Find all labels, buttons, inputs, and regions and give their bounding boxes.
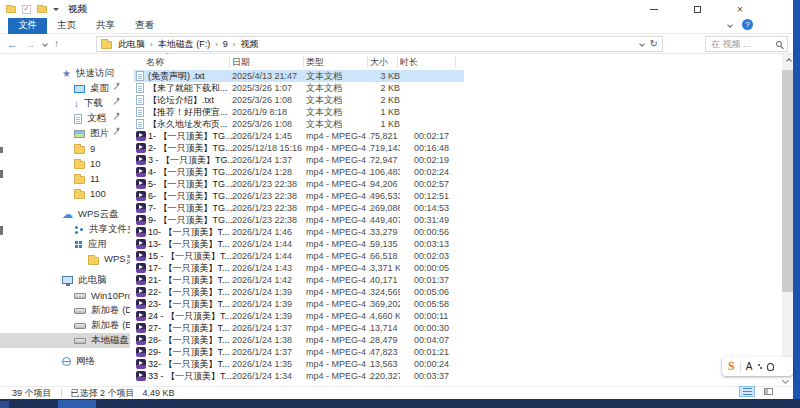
file-row[interactable]: 【来了就能下载和...2025/3/26 1:07文本文档2 KB bbox=[134, 82, 464, 94]
sidebar-item-label: 下载 bbox=[84, 97, 103, 110]
minimize-button[interactable] bbox=[639, 0, 669, 18]
search-input[interactable]: 在 视频 ... bbox=[705, 36, 788, 52]
video-file-icon bbox=[136, 359, 146, 369]
sidebar-item-folder-100[interactable]: 100 bbox=[0, 186, 130, 201]
file-type: mp4 - MPEG-4 ... bbox=[306, 275, 370, 285]
ime-logo-icon[interactable]: S bbox=[728, 359, 735, 374]
file-row[interactable]: 27- 【一只顶美】T...2026/1/24 1:37mp4 - MPEG-4… bbox=[134, 322, 464, 334]
sidebar-item-label: 应用 bbox=[88, 238, 107, 251]
file-size: 449,407 KB bbox=[370, 215, 400, 225]
file-row[interactable]: 21- 【一只顶美】T...2026/1/24 1:42mp4 - MPEG-4… bbox=[134, 274, 464, 286]
file-row[interactable]: 1- 【一只顶美】TG...2026/1/24 1:45mp4 - MPEG-4… bbox=[134, 130, 464, 142]
sidebar-item-wps-lingxi[interactable]: WPS灵犀 bbox=[0, 252, 130, 267]
sidebar-item-drive-d[interactable]: 新加卷 (D:) bbox=[0, 303, 130, 318]
file-size: 75,821 KB bbox=[370, 131, 400, 141]
file-row[interactable]: 【论坛介绍】.txt2025/3/26 1:08文本文档2 KB bbox=[134, 94, 464, 106]
file-row[interactable]: 29- 【一只顶美】T...2026/1/24 1:37mp4 - MPEG-4… bbox=[134, 346, 464, 358]
sidebar-item-drive-c[interactable]: Win10ProW X64 (C:) bbox=[0, 288, 130, 303]
sidebar-item-folder-9[interactable]: 9 bbox=[0, 141, 130, 156]
file-row[interactable]: 【推荐！好用便宜...2026/1/9 8:18文本文档1 KB bbox=[134, 106, 464, 118]
address-dropdown-icon[interactable] bbox=[639, 41, 645, 47]
file-row[interactable]: 24 - 【一只顶美】T...2026/1/24 1:39mp4 - MPEG-… bbox=[134, 310, 464, 322]
file-row[interactable]: 7- 【一只顶美】TG...2026/1/23 22:38mp4 - MPEG-… bbox=[134, 202, 464, 214]
sidebar-item-quick-access[interactable]: ★快速访问 bbox=[0, 66, 130, 81]
sidebar-item-shared-folder[interactable]: 共享文件夹 bbox=[0, 222, 130, 237]
file-duration: 00:00:24 bbox=[400, 359, 458, 369]
file-row[interactable]: 10- 【一只顶美】T...2026/1/24 1:46mp4 - MPEG-4… bbox=[134, 226, 464, 238]
sidebar-item-downloads[interactable]: ↓下载 bbox=[0, 96, 130, 111]
file-size: 3,371 KB bbox=[370, 263, 400, 273]
file-type: mp4 - MPEG-4 ... bbox=[306, 371, 370, 381]
column-header-type[interactable]: 类型 bbox=[306, 54, 370, 70]
file-row[interactable]: 17- 【一只顶美】T...2026/1/24 1:43mp4 - MPEG-4… bbox=[134, 262, 464, 274]
sidebar-item-folder-11[interactable]: 11 bbox=[0, 171, 130, 186]
file-row[interactable]: 33 - 【一只顶美】T...2026/1/24 1:34mp4 - MPEG-… bbox=[134, 370, 464, 382]
up-button[interactable]: ↑ bbox=[54, 38, 59, 49]
file-row[interactable]: 15 - 【一只顶美】T...2026/1/24 1:44mp4 - MPEG-… bbox=[134, 250, 464, 262]
file-size: 66,518 KB bbox=[370, 251, 400, 261]
file-row[interactable]: 22- 【一只顶美】T...2026/1/24 1:39mp4 - MPEG-4… bbox=[134, 286, 464, 298]
back-button[interactable]: ← bbox=[7, 38, 18, 50]
video-file-icon bbox=[136, 167, 146, 177]
file-duration: 00:03:13 bbox=[400, 239, 458, 249]
file-row[interactable]: 5- 【一只顶美】TG...2026/1/23 22:38mp4 - MPEG-… bbox=[134, 178, 464, 190]
maximize-button[interactable] bbox=[682, 0, 712, 18]
sidebar-item-this-pc[interactable]: 此电脑 bbox=[0, 273, 130, 288]
sidebar-item-wps-cloud[interactable]: ☁WPS云盘 bbox=[0, 207, 130, 222]
refresh-icon[interactable]: ↻ bbox=[650, 39, 658, 49]
sidebar-item-label: Win10ProW X64 (C:) bbox=[91, 290, 130, 301]
column-header-length[interactable]: 时长 bbox=[400, 54, 458, 70]
file-row[interactable]: 【永久地址发布页...2025/3/26 1:08文本文档1 KB bbox=[134, 118, 464, 130]
file-row[interactable]: 13- 【一只顶美】T...2026/1/24 1:44mp4 - MPEG-4… bbox=[134, 238, 464, 250]
details-view-button[interactable] bbox=[739, 386, 755, 397]
ribbon-collapse-icon[interactable] bbox=[727, 22, 733, 28]
file-row[interactable]: 2- 【一只顶美】TG...2025/12/18 15:16mp4 - MPEG… bbox=[134, 142, 464, 154]
sidebar-item-drive-f[interactable]: 本地磁盘 (F:) bbox=[0, 333, 130, 348]
close-button[interactable]: × bbox=[725, 0, 755, 18]
file-row[interactable]: 4- 【一只顶美】TG...2026/1/24 1:28mp4 - MPEG-4… bbox=[134, 166, 464, 178]
column-header-date[interactable]: 日期 bbox=[232, 54, 306, 70]
thumbnail-view-button[interactable] bbox=[760, 386, 776, 397]
ime-toolbar[interactable]: S A bbox=[722, 357, 793, 376]
help-icon[interactable]: ? bbox=[742, 19, 753, 30]
breadcrumb-item[interactable]: 此电脑 bbox=[118, 38, 145, 51]
sidebar-item-documents[interactable]: 文档 bbox=[0, 111, 130, 126]
tab-view[interactable]: 查看 bbox=[125, 18, 164, 34]
pin-icon bbox=[114, 129, 122, 137]
breadcrumb-item[interactable]: 本地磁盘 (F:) bbox=[158, 38, 211, 51]
qat-dropdown-icon[interactable] bbox=[53, 8, 59, 11]
selection-size: 4.49 KB bbox=[143, 388, 175, 398]
breadcrumb-item[interactable]: 视频 bbox=[241, 38, 259, 51]
properties-check-icon[interactable]: ✓ bbox=[22, 5, 31, 14]
file-row[interactable]: (免责声明) .txt2025/4/13 21:47文本文档3 KB bbox=[134, 70, 464, 82]
file-row[interactable]: 6- 【一只顶美】TG...2026/1/23 22:38mp4 - MPEG-… bbox=[134, 190, 464, 202]
ime-skin-icon[interactable] bbox=[767, 363, 774, 371]
video-file-icon bbox=[136, 275, 146, 285]
sidebar-item-network[interactable]: 网络 bbox=[0, 354, 130, 369]
file-row[interactable]: 23- 【一只顶美】T...2026/1/24 1:39mp4 - MPEG-4… bbox=[134, 298, 464, 310]
address-box[interactable]: 此电脑›本地磁盘 (F:)›9›视频 ↻ bbox=[96, 36, 663, 52]
sidebar-item-apps[interactable]: 应用 bbox=[0, 237, 130, 252]
sidebar-item-folder-10[interactable]: 10 bbox=[0, 156, 130, 171]
column-header-name[interactable]: 名称ˆ bbox=[136, 54, 232, 70]
recent-locations-icon[interactable] bbox=[42, 41, 48, 47]
file-row[interactable]: 32- 【一只顶美】T...2026/1/24 1:35mp4 - MPEG-4… bbox=[134, 358, 464, 370]
file-type: mp4 - MPEG-4 ... bbox=[306, 263, 370, 273]
sidebar-item-pictures[interactable]: 图片 bbox=[0, 126, 130, 141]
sidebar-item-drive-e[interactable]: 新加卷 (E:) bbox=[0, 318, 130, 333]
ime-mode-button[interactable]: A bbox=[746, 361, 753, 372]
sidebar-item-desktop[interactable]: 桌面 bbox=[0, 81, 130, 96]
file-size: 72,947 KB bbox=[370, 155, 400, 165]
file-row[interactable]: 3 - 【一只顶美】TG...2026/1/24 1:37mp4 - MPEG-… bbox=[134, 154, 464, 166]
new-folder-icon[interactable] bbox=[37, 6, 47, 13]
ime-menu-icon[interactable] bbox=[757, 363, 762, 371]
tab-file[interactable]: 文件 bbox=[8, 18, 47, 34]
forward-button[interactable]: → bbox=[25, 38, 36, 50]
tab-home[interactable]: 主页 bbox=[47, 18, 86, 34]
breadcrumb-item[interactable]: 9 bbox=[223, 39, 228, 49]
taskbar-item bbox=[0, 401, 9, 408]
file-row[interactable]: 9- 【一只顶美】TG...2026/1/23 22:38mp4 - MPEG-… bbox=[134, 214, 464, 226]
column-header-size[interactable]: 大小 bbox=[370, 54, 400, 70]
file-row[interactable]: 28- 【一只顶美】T...2026/1/24 1:38mp4 - MPEG-4… bbox=[134, 334, 464, 346]
tab-share[interactable]: 共享 bbox=[86, 18, 125, 34]
